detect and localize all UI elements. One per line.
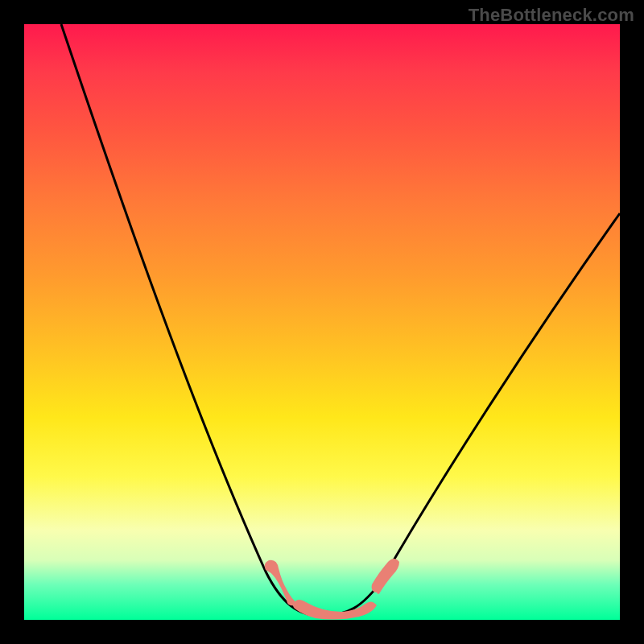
curve-svg [24,24,620,620]
chart-frame: TheBottleneck.com [0,0,644,644]
flat-region-marker [265,559,399,620]
watermark-text: TheBottleneck.com [469,5,634,26]
bottleneck-curve [61,24,620,616]
plot-area [24,24,620,620]
